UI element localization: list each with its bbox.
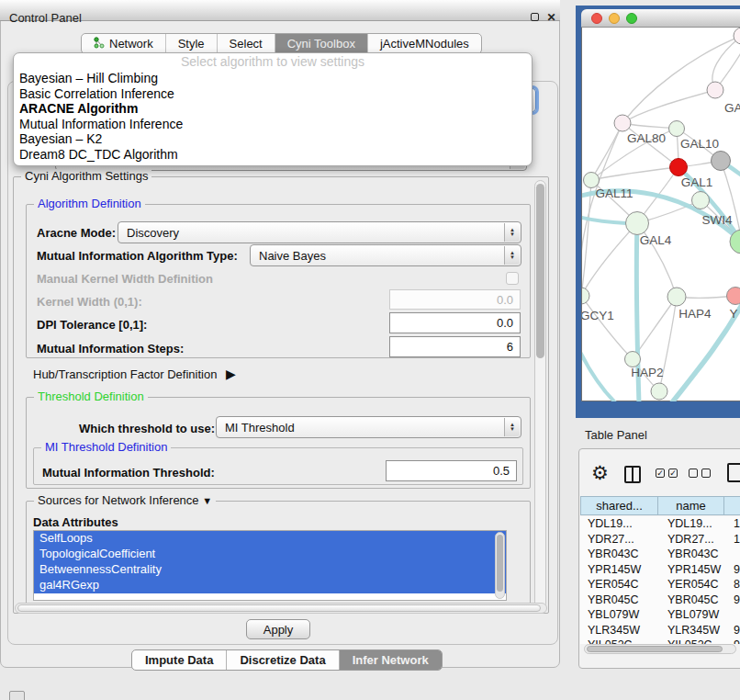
close-window-button[interactable]: ✕ [545, 12, 557, 24]
tab-cyni-toolbox[interactable]: Cyni Toolbox [275, 34, 367, 53]
table-row[interactable]: YBL079W YBL079W [580, 607, 740, 623]
node-gal10[interactable] [669, 121, 685, 137]
table-hscrollbar-thumb[interactable] [587, 646, 723, 652]
aracne-mode-combobox[interactable]: Discovery ▲▼ [118, 221, 521, 243]
node-salmon[interactable] [727, 288, 740, 305]
manual-kernel-width-checkbox[interactable] [506, 272, 519, 285]
table-row[interactable]: YBR043C YBR043C [580, 547, 740, 562]
node-gray[interactable] [712, 152, 731, 171]
list-scrollbar-thumb[interactable] [497, 535, 503, 592]
cyni-settings-legend: Cyni Algorithm Settings [21, 169, 151, 183]
settings-scrollbar[interactable] [534, 180, 546, 610]
node-gal80[interactable] [614, 115, 631, 131]
dropdown-item-dream8[interactable]: Dream8 DC_TDC Algorithm [14, 147, 532, 163]
node-label: HAP4 [678, 307, 712, 321]
which-threshold-label: Which threshold to use: [79, 422, 215, 435]
mi-algorithm-type-combobox[interactable]: Naive Bayes ▲▼ [250, 244, 521, 266]
combo-stepper-icon: ▲▼ [504, 418, 520, 436]
tab-infer-network[interactable]: Infer Network [339, 650, 442, 670]
node-hap2[interactable] [625, 352, 641, 367]
combo-stepper-icon: ▲▼ [504, 246, 520, 265]
node-gcy1[interactable] [582, 288, 589, 304]
list-item-selfloops[interactable]: SelfLoops [34, 531, 506, 547]
table-row[interactable]: YIL052C YIL052C 9 [580, 638, 740, 644]
mi-steps-field[interactable]: 6 [389, 336, 521, 357]
tab-jactivemnodules[interactable]: jActiveMNodules [367, 34, 481, 53]
node-gal11[interactable] [584, 173, 600, 188]
dpi-tolerance-label: DPI Tolerance [0,1]: [37, 318, 147, 332]
kernel-width-field[interactable]: 0.0 [389, 289, 521, 310]
settings-scrollbar-thumb[interactable] [536, 184, 544, 358]
collapse-down-triangle-icon[interactable]: ▼ [202, 495, 212, 506]
mi-threshold-field[interactable]: 0.5 [386, 460, 517, 481]
node-label: GCY1 [582, 309, 614, 322]
network-icon [94, 37, 105, 49]
table-body: YDL19... YDL19... 13 YDR27... YDR27... 1… [580, 516, 740, 644]
data-attributes-list[interactable]: SelfLoops TopologicalCoefficient Between… [33, 530, 507, 601]
aracne-mode-label: Aracne Mode: [37, 226, 116, 240]
node-label: GAL1 [681, 175, 713, 189]
settings-hscrollbar[interactable] [15, 603, 547, 614]
node-red-selected[interactable] [670, 159, 688, 176]
dropdown-item-bayesian-hill-climbing[interactable]: Bayesian – Hill Climbing [14, 71, 532, 86]
mi-threshold-definition-legend: MI Threshold Definition [41, 440, 171, 454]
column-header-name[interactable]: name [658, 496, 724, 515]
list-item-gal4rgexp[interactable]: gal4RGexp [34, 578, 506, 593]
dropdown-item-mutual-information[interactable]: Mutual Information Inference [14, 117, 532, 132]
node-label: SWI4 [701, 213, 732, 227]
hub-definition-toggle[interactable]: Hub/Transcription Factor Definition ▶ [33, 367, 236, 381]
dropdown-item-bayesian-k2[interactable]: Bayesian – K2 [14, 131, 532, 147]
node-swi4[interactable] [692, 192, 710, 209]
control-panel-titlebar [0, 0, 560, 21]
mi-algorithm-type-label: Mutual Information Algorithm Type: [37, 249, 238, 263]
list-item-topologicalcoefficient[interactable]: TopologicalCoefficient [34, 547, 506, 562]
dropdown-item-basic-correlation[interactable]: Basic Correlation Inference [14, 86, 532, 102]
gear-icon[interactable]: ⚙ [591, 462, 609, 484]
node-bottom[interactable] [651, 383, 667, 400]
mi-threshold-label: Mutual Information Threshold: [42, 466, 215, 480]
table-row[interactable]: YBR045C YBR045C 9. [580, 593, 740, 608]
dpi-tolerance-field[interactable]: 0.0 [389, 312, 521, 333]
zoom-traffic-light-icon[interactable] [626, 13, 637, 24]
table-row[interactable]: YPR145W YPR145W 9. [580, 562, 740, 578]
unselect-all-columns-button[interactable] [689, 469, 711, 478]
table-hscrollbar[interactable] [584, 644, 736, 654]
table-panel-title: Table Panel [585, 428, 647, 442]
list-item-betweennesscentrality[interactable]: BetweennessCentrality [34, 562, 506, 578]
list-scrollbar[interactable] [495, 532, 505, 599]
table-row[interactable]: YER054C YER054C 8. [580, 577, 740, 593]
node-label: GAL4 [640, 233, 672, 247]
close-traffic-light-icon[interactable] [591, 13, 602, 24]
tab-discretize-data[interactable]: Discretize Data [226, 650, 338, 670]
minimize-traffic-light-icon[interactable] [609, 13, 620, 24]
network-labels: GAL GAL80 GAL10 GAL1 GAL11 GAL4 SWI4 GCY… [582, 101, 740, 379]
column-header-shared-name[interactable]: shared... [580, 496, 658, 515]
table-row[interactable]: YDL19... YDL19... 13 [580, 516, 740, 532]
float-window-button[interactable] [529, 12, 541, 24]
apply-button[interactable]: Apply [246, 619, 310, 639]
tab-select[interactable]: Select [217, 34, 275, 53]
tab-network[interactable]: Network [82, 34, 165, 53]
column-layout-icon[interactable] [624, 466, 641, 483]
which-threshold-combobox[interactable]: MI Threshold ▲▼ [216, 416, 521, 438]
network-canvas[interactable]: GAL GAL80 GAL10 GAL1 GAL11 GAL4 SWI4 GCY… [582, 28, 740, 401]
threshold-definition-legend: Threshold Definition [34, 390, 148, 403]
close-icon: ✕ [546, 11, 555, 24]
tab-style[interactable]: Style [165, 34, 217, 53]
table-row[interactable]: YDR27... YDR27... 12 [580, 532, 740, 548]
node-pink-top[interactable] [707, 82, 723, 98]
sources-legend: Sources for Network Inference ▼ [34, 493, 216, 507]
column-header-partial[interactable] [724, 496, 740, 515]
algorithm-definition-legend: Algorithm Definition [34, 197, 145, 210]
dropdown-item-aracne[interactable]: ARACNE Algorithm [14, 101, 532, 117]
expand-right-triangle-icon: ▶ [226, 367, 236, 381]
select-all-columns-button[interactable]: ✓ ✓ [656, 469, 678, 478]
document-icon[interactable] [727, 463, 740, 482]
settings-hscrollbar-thumb[interactable] [17, 604, 541, 612]
node-hap4[interactable] [667, 288, 686, 306]
tab-impute-data[interactable]: Impute Data [132, 650, 226, 670]
node-label: HAP2 [631, 366, 663, 379]
node-gal4[interactable] [626, 212, 649, 235]
unchecked-box-icon [701, 469, 711, 478]
table-row[interactable]: YLR345W YLR345W 9. [580, 623, 740, 638]
